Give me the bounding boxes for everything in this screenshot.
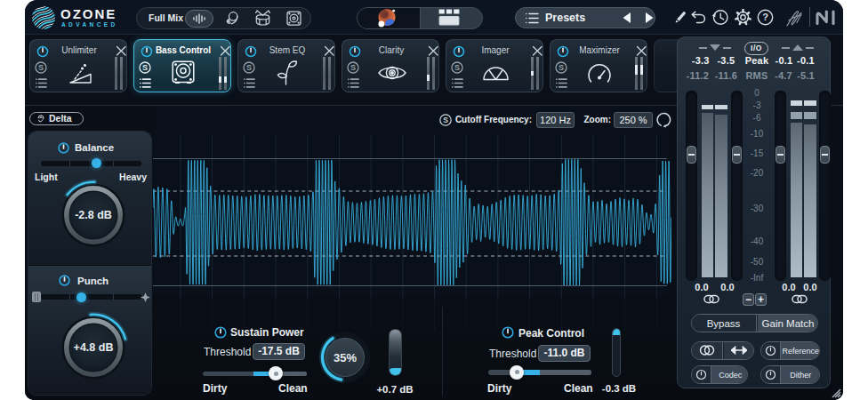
- svg-text:?: ?: [762, 12, 768, 22]
- svg-text:S: S: [443, 116, 448, 124]
- svg-text:S: S: [559, 63, 564, 72]
- svg-text:S: S: [454, 63, 460, 72]
- svg-text:S: S: [246, 63, 252, 72]
- svg-text:S: S: [142, 63, 148, 72]
- svg-text:S: S: [350, 63, 356, 72]
- svg-text:S: S: [38, 63, 44, 72]
